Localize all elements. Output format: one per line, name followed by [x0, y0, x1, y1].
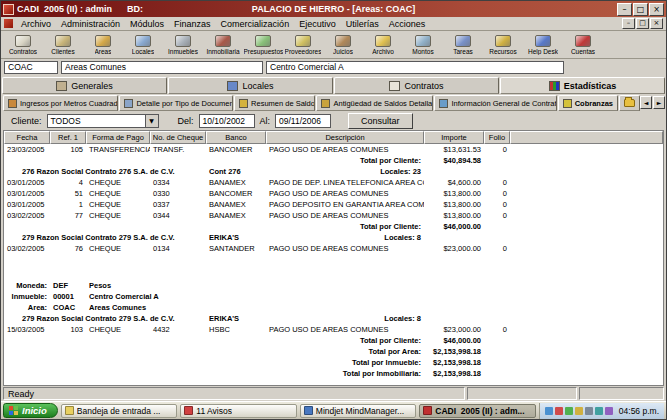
group-locales: Locales: 8: [266, 313, 424, 324]
info-code: 00001: [50, 291, 86, 302]
minimize-icon[interactable]: [617, 3, 632, 16]
total-row: Total por Cliente:$40,894.58: [4, 155, 663, 166]
tray-icon-5[interactable]: [585, 407, 593, 415]
column-header-no-de-cheque[interactable]: No. de Cheque: [150, 131, 206, 144]
menu-utilerias[interactable]: Utilerías: [341, 18, 384, 30]
close-icon[interactable]: [649, 3, 664, 16]
tab-detalle-por-tipo-de-documento[interactable]: Detalle por Tipo de Documento: [119, 95, 233, 111]
consultar-button[interactable]: Consultar: [348, 113, 413, 129]
locales-icon: [227, 81, 238, 91]
data-row[interactable]: 15/03/2005103CHEQUE4432HSBCPAGO USO DE A…: [4, 324, 663, 335]
folder-tab[interactable]: [619, 95, 640, 111]
menu-comercializacion[interactable]: Comercialización: [216, 18, 295, 30]
toolbar-montos-button[interactable]: Montos: [403, 32, 443, 57]
tab-resumen-de-saldos[interactable]: Resumen de Saldos: [234, 95, 315, 111]
tab-estadisticas[interactable]: Estadísticas: [500, 77, 665, 94]
cell-banco: BANCOMER: [206, 188, 266, 199]
mdi-close-icon[interactable]: [650, 18, 663, 29]
total-value: $46,000.00: [424, 335, 484, 346]
tab-scroll-left-icon[interactable]: [640, 96, 652, 109]
menu-acciones[interactable]: Acciones: [384, 18, 431, 30]
taskbar-task-11-avisos[interactable]: 11 Avisos: [180, 404, 297, 418]
toolbar-contratos-button[interactable]: Contratos: [3, 32, 43, 57]
tab-cobranzas[interactable]: Cobranzas: [558, 95, 618, 111]
menu-modulos[interactable]: Módulos: [125, 18, 169, 30]
toolbar-help-desk-button[interactable]: Help Desk: [523, 32, 563, 57]
toolbar-proveedores-button[interactable]: Proveedores: [283, 32, 323, 57]
area-code-field[interactable]: COAC: [4, 61, 58, 74]
toolbar-cuentas-button[interactable]: Cuentas: [563, 32, 603, 57]
report-grid: FechaRef. 1Forma de PagoNo. de ChequeBan…: [3, 130, 664, 386]
menu-archivo[interactable]: Archivo: [16, 18, 56, 30]
tab-generales[interactable]: Generales: [2, 77, 167, 94]
toolbar-locales-button[interactable]: Locales: [123, 32, 163, 57]
toolbar-inmuebles-button[interactable]: Inmuebles: [163, 32, 203, 57]
column-header-importe[interactable]: Importe: [424, 131, 484, 144]
toolbar-inmobiliaria-button[interactable]: Inmobiliaria: [203, 32, 243, 57]
cell-importe: $13,800.00: [424, 188, 484, 199]
inmueble-field[interactable]: Centro Comercial A: [266, 61, 564, 74]
area-name-field[interactable]: Areas Comunes: [61, 61, 263, 74]
menu-ejecutivo[interactable]: Ejecutivo: [294, 18, 341, 30]
column-header-ref-1[interactable]: Ref. 1: [50, 131, 86, 144]
taskbar-task-bandeja-de-entrada[interactable]: Bandeja de entrada ...: [61, 404, 178, 418]
toolbar-juicios-button[interactable]: Juicios: [323, 32, 363, 57]
toolbar-archivo-button[interactable]: Archivo: [363, 32, 403, 57]
cell-forma-pago: TRANSFERENCIA: [86, 144, 150, 155]
menu-administracion[interactable]: Administración: [56, 18, 125, 30]
tareas-icon: [455, 35, 471, 47]
toolbar-clientes-button[interactable]: Clientes: [43, 32, 83, 57]
dropdown-arrow-icon[interactable]: [145, 115, 158, 127]
task-label: Bandeja de entrada ...: [77, 406, 161, 416]
column-header-forma-de-pago[interactable]: Forma de Pago: [86, 131, 150, 144]
start-button[interactable]: Inicio: [3, 403, 58, 418]
data-row[interactable]: 03/02/200576CHEQUE0134SANTANDERPAGO USO …: [4, 243, 663, 254]
cell-importe: $23,000.00: [424, 324, 484, 335]
tab-ingresos-por-metros-cuadrados[interactable]: Ingresos por Metros Cuadrados: [3, 95, 118, 111]
mdi-minimize-icon[interactable]: [622, 18, 635, 29]
toolbar: ContratosClientesAreasLocalesInmueblesIn…: [1, 31, 666, 59]
tab-contratos[interactable]: Contratos: [334, 77, 499, 94]
tab-locales[interactable]: Locales: [168, 77, 333, 94]
maximize-icon[interactable]: [633, 3, 648, 16]
tab-scroll-buttons: [640, 96, 665, 109]
data-row[interactable]: 03/02/200577CHEQUE0344BANAMEXPAGO USO DE…: [4, 210, 663, 221]
toolbar-button-label: Juicios: [333, 48, 353, 55]
data-row[interactable]: 03/01/20054CHEQUE0334BANAMEXPAGO DE DEP.…: [4, 177, 663, 188]
tray-icon-6[interactable]: [595, 407, 603, 415]
toolbar-button-label: Help Desk: [528, 48, 558, 55]
tab-antiguedad-de-saldos-detallada[interactable]: Antigüedad de Saldos Detallada: [316, 95, 433, 111]
taskbar-task-mindjet-mindmanager[interactable]: Mindjet MindManager...: [300, 404, 417, 418]
data-row[interactable]: 03/01/200551CHEQUE0330BANCOMERPAGO USO D…: [4, 188, 663, 199]
taskbar-clock[interactable]: 04:56 p.m.: [619, 406, 659, 416]
statusbar: Ready: [1, 386, 666, 401]
column-header-descripcion[interactable]: Descripción: [266, 131, 424, 144]
client-dropdown[interactable]: TODOS: [47, 114, 159, 128]
date-from-input[interactable]: 10/10/2002: [199, 114, 255, 128]
taskbar-task-cadi-2005-ii-adm[interactable]: CADI 2005 (II) : adm...: [419, 404, 536, 418]
tab-label: Cobranzas: [575, 99, 613, 108]
tab-scroll-right-icon[interactable]: [653, 96, 665, 109]
data-row[interactable]: 23/03/2005105TRANSFERENCIATRANSF.BANCOME…: [4, 144, 663, 155]
tray-icon-1[interactable]: [545, 407, 553, 415]
mdi-window-controls: [622, 18, 663, 29]
tray-icon-4[interactable]: [575, 407, 583, 415]
tray-icon-3[interactable]: [565, 407, 573, 415]
toolbar-recursos-button[interactable]: Recursos: [483, 32, 523, 57]
tab-informacion-general-de-contratos[interactable]: Información General de Contratos: [434, 95, 556, 111]
column-header-banco[interactable]: Banco: [206, 131, 266, 144]
toolbar-presupuestos-button[interactable]: Presupuestos: [243, 32, 283, 57]
date-to-input[interactable]: 09/11/2006: [275, 114, 331, 128]
tray-icon-7[interactable]: [605, 407, 613, 415]
status-text: Ready: [3, 387, 465, 400]
mdi-restore-icon[interactable]: [636, 18, 649, 29]
toolbar-areas-button[interactable]: Areas: [83, 32, 123, 57]
column-header-folio[interactable]: Folio: [484, 131, 510, 144]
toolbar-tareas-button[interactable]: Tareas: [443, 32, 483, 57]
menu-finanzas[interactable]: Finanzas: [169, 18, 216, 30]
data-row[interactable]: 03/01/20051CHEQUE0337BANAMEXPAGO DEPOSIT…: [4, 199, 663, 210]
areas-icon: [95, 35, 111, 47]
cell-fecha: 03/01/2005: [4, 199, 50, 210]
column-header-fecha[interactable]: Fecha: [4, 131, 50, 144]
tray-icon-2[interactable]: [555, 407, 563, 415]
